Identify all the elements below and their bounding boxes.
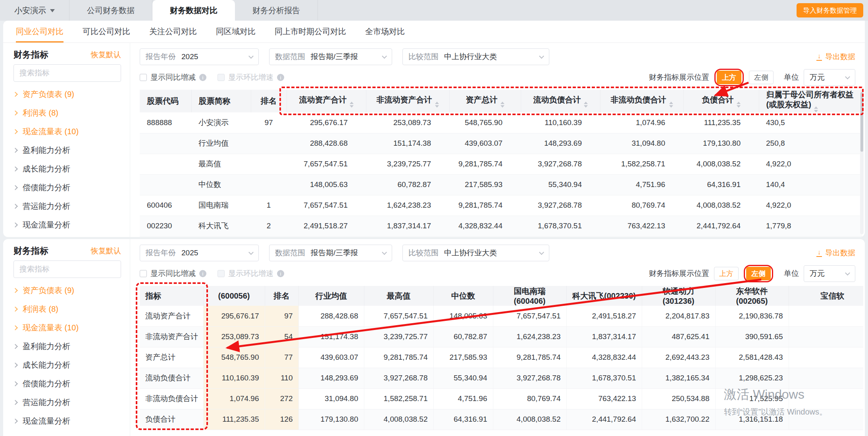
- export-data-link[interactable]: ↓ 导出数据: [816, 52, 855, 62]
- column-header[interactable]: 归属于母公司所有者权益(或股东权益): [759, 90, 862, 112]
- subtab-industry-peers[interactable]: 同业公司对比: [16, 21, 64, 42]
- sort-icon[interactable]: [669, 102, 673, 108]
- subtab-same-listing-period[interactable]: 同上市时期公司对比: [275, 21, 346, 42]
- sort-icon[interactable]: [500, 102, 504, 108]
- column-header[interactable]: 流动负债合计: [521, 90, 600, 112]
- tab-financial-analysis-report[interactable]: 财务分析报告: [235, 0, 318, 21]
- restore-default-link[interactable]: 恢复默认: [91, 246, 121, 256]
- cell: 2,692,443.23: [642, 347, 715, 368]
- data-range-select[interactable]: 数据范围 报告期/三季报: [269, 48, 392, 65]
- cell: 80,769.74: [600, 195, 683, 216]
- sidebar-item[interactable]: 盈利能力分析: [13, 141, 121, 160]
- sidebar-item[interactable]: 利润表 (8): [13, 104, 121, 122]
- cell: 1,678,370.51: [566, 368, 642, 388]
- cell: 4,008,038.52: [364, 409, 433, 430]
- export-data-label: 导出数据: [825, 52, 855, 62]
- indicator-search-input[interactable]: [13, 64, 121, 82]
- sort-icon[interactable]: [435, 102, 439, 108]
- cell: 3,239,725.77: [366, 154, 449, 174]
- sidebar-item[interactable]: 成长能力分析: [13, 356, 121, 374]
- show-yoy-checkbox[interactable]: 显示同比增减 i: [140, 72, 206, 83]
- sidebar-item[interactable]: 资产负债表 (9): [13, 281, 121, 300]
- column-header[interactable]: 资产总计: [449, 90, 521, 112]
- sidebar-item[interactable]: 利润表 (8): [13, 300, 121, 318]
- column-header[interactable]: 非流动资产合计: [366, 90, 449, 112]
- info-icon: i: [199, 74, 206, 81]
- position-left-button[interactable]: 左侧: [746, 267, 771, 280]
- sidebar-item[interactable]: 现金流量表 (10): [13, 122, 121, 141]
- cell: 1,582,258.71: [600, 154, 683, 174]
- sort-icon[interactable]: [350, 102, 354, 108]
- chevron-down-icon: [845, 74, 850, 79]
- workspace-tab[interactable]: 小安演示: [0, 0, 69, 21]
- sidebar-item[interactable]: 资产负债表 (9): [13, 85, 121, 104]
- sidebar-item[interactable]: 现金流量分析: [13, 412, 121, 430]
- cell: [140, 154, 191, 174]
- chevron-down-icon: [50, 9, 55, 15]
- sidebar-item[interactable]: 现金流量表 (10): [13, 318, 121, 337]
- sidebar-item[interactable]: 偿债能力分析: [13, 374, 121, 393]
- vertical-scrollbar[interactable]: [860, 90, 864, 234]
- tab-company-financial-data[interactable]: 公司财务数据: [69, 0, 152, 21]
- cell: 4,922,0: [759, 195, 862, 216]
- sidebar-title: 财务指标: [13, 49, 48, 61]
- sort-icon[interactable]: [584, 102, 588, 108]
- column-header[interactable]: 非流动负债合计: [600, 90, 683, 112]
- cell: 1: [251, 195, 287, 216]
- sidebar-item[interactable]: 盈利能力分析: [13, 337, 121, 356]
- sidebar-item-label: 现金流量分析: [23, 416, 70, 426]
- subtab-watched-companies[interactable]: 关注公司对比: [149, 21, 197, 42]
- panel-top: 同业公司对比 可比公司对比 关注公司对比 同区域对比 同上市时期公司对比 全市场…: [3, 21, 865, 237]
- position-top-button[interactable]: 上方: [714, 267, 739, 280]
- cell: 295,676.17: [287, 112, 366, 133]
- subtab-whole-market[interactable]: 全市场对比: [365, 21, 405, 42]
- report-year-select[interactable]: 报告年份 2025: [140, 245, 259, 261]
- checkbox-box[interactable]: [140, 270, 147, 277]
- column-header-label: 排名: [261, 96, 277, 105]
- sidebar-item[interactable]: 成长能力分析: [13, 160, 121, 178]
- sidebar-title: 财务指标: [13, 245, 48, 257]
- sort-icon[interactable]: [814, 106, 818, 112]
- checkbox-box[interactable]: [217, 74, 225, 81]
- unit-select[interactable]: 万元: [804, 265, 855, 282]
- sidebar-header: 财务指标 恢复默认: [13, 48, 121, 61]
- subtab-same-region[interactable]: 同区域对比: [216, 21, 256, 42]
- column-header[interactable]: 流动资产合计: [287, 90, 366, 112]
- show-qoq-checkbox[interactable]: 显示环比增速 i: [217, 72, 284, 83]
- unit-select[interactable]: 万元: [804, 69, 855, 86]
- compare-range-select[interactable]: 比较范围 中上协行业大类: [402, 48, 549, 65]
- cell: 7,657,547.51: [287, 195, 366, 216]
- scrollbar-thumb[interactable]: [860, 92, 863, 152]
- select-label: 比较范围: [408, 52, 439, 62]
- column-header[interactable]: 负债合计: [683, 90, 759, 112]
- show-yoy-checkbox[interactable]: 显示同比增减 i: [140, 268, 206, 279]
- chevron-right-icon: [13, 204, 18, 209]
- cell: 179,130.80: [298, 409, 364, 430]
- position-top-button[interactable]: 上方: [717, 71, 741, 84]
- checkbox-box[interactable]: [140, 74, 147, 81]
- data-range-select[interactable]: 数据范围 报告期/三季报: [269, 245, 392, 261]
- compare-range-select[interactable]: 比较范围 中上协行业大类: [402, 245, 549, 261]
- export-data-link[interactable]: ↓ 导出数据: [816, 248, 855, 258]
- report-year-select[interactable]: 报告年份 2025: [140, 48, 259, 65]
- chevron-right-icon: [13, 222, 18, 228]
- annotation-red-ring: 左侧: [744, 265, 773, 282]
- cell: 4,008,038.52: [683, 195, 759, 216]
- restore-default-link[interactable]: 恢复默认: [91, 50, 121, 60]
- select-label: 数据范围: [275, 52, 305, 62]
- sidebar-item[interactable]: 营运能力分析: [13, 393, 121, 412]
- subtab-comparable-companies[interactable]: 可比公司对比: [83, 21, 130, 42]
- position-left-button[interactable]: 左侧: [749, 71, 774, 84]
- column-header: 行业均值: [298, 286, 364, 306]
- tab-financial-data-comparison[interactable]: 财务数据对比: [152, 0, 235, 21]
- workspace-tab-label: 小安演示: [14, 5, 46, 16]
- sidebar-item[interactable]: 现金流量分析: [13, 216, 121, 234]
- indicator-search-input[interactable]: [13, 260, 121, 278]
- sidebar-item[interactable]: 营运能力分析: [13, 197, 121, 216]
- checkbox-box[interactable]: [217, 270, 225, 277]
- import-financial-data-button[interactable]: 导入财务数据管理: [797, 3, 863, 17]
- show-qoq-checkbox[interactable]: 显示环比增速 i: [217, 268, 284, 279]
- sort-icon[interactable]: [737, 102, 741, 108]
- sidebar-item[interactable]: 偿债能力分析: [13, 178, 121, 197]
- column-header-label: 东华软件(002065): [736, 287, 768, 305]
